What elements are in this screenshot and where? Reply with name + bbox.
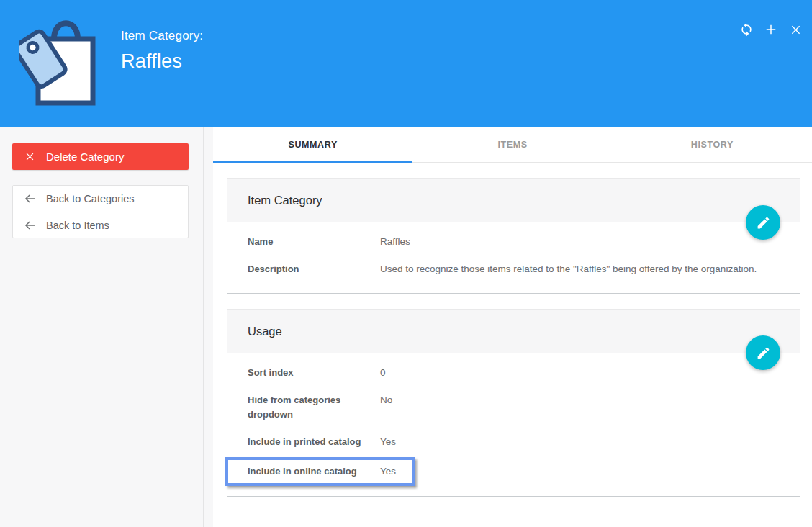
add-icon[interactable]	[764, 22, 778, 37]
delete-x-icon	[24, 151, 35, 162]
item-category-card-title: Item Category	[248, 194, 322, 207]
field-value: Yes	[380, 464, 396, 479]
page-title: Raffles	[121, 50, 203, 73]
usage-card-title: Usage	[248, 325, 282, 338]
pencil-icon	[756, 215, 771, 230]
main-panel: SUMMARY ITEMS HISTORY Item Category	[213, 127, 812, 527]
field-row-description: Description Used to recognize those item…	[248, 256, 780, 283]
close-icon[interactable]	[788, 22, 803, 37]
delete-category-button[interactable]: Delete Category	[12, 143, 189, 170]
field-label: Include in online catalog	[248, 464, 380, 479]
header-text: Item Category: Raffles	[121, 29, 203, 73]
shopping-bag-tag-icon	[19, 13, 107, 108]
field-value: No	[380, 393, 392, 407]
field-value: Used to recognize those items related to…	[380, 262, 757, 276]
back-to-categories-link[interactable]: Back to Categories	[13, 186, 188, 212]
content-area: Delete Category Back to Categories Back …	[0, 127, 812, 527]
refresh-icon[interactable]	[739, 22, 754, 37]
highlight-annotation-box: Include in online catalog Yes	[225, 457, 415, 486]
field-value: Yes	[380, 435, 396, 449]
tab-history[interactable]: HISTORY	[613, 127, 812, 162]
back-to-categories-label: Back to Categories	[46, 193, 135, 204]
item-category-card: Item Category Name Raffles Description U…	[227, 178, 800, 294]
field-label: Include in printed catalog	[248, 435, 380, 449]
field-row-hide-from-dropdown: Hide from categories dropdown No	[248, 387, 780, 428]
field-row-sort-index: Sort index 0	[248, 359, 780, 387]
tab-items-label: ITEMS	[497, 140, 527, 150]
page-header: Item Category: Raffles	[0, 0, 812, 127]
usage-card-header: Usage	[227, 310, 800, 353]
field-label: Hide from categories dropdown	[248, 393, 380, 422]
pencil-icon	[756, 346, 771, 361]
item-category-card-header: Item Category	[227, 179, 800, 222]
usage-card-body: Sort index 0 Hide from categories dropdo…	[227, 353, 800, 496]
usage-card: Usage Sort index 0 Hide from categories …	[227, 309, 800, 497]
field-row-include-printed-catalog: Include in printed catalog Yes	[248, 428, 780, 456]
back-arrow-icon	[24, 192, 37, 205]
field-label: Name	[248, 235, 380, 249]
back-arrow-icon	[24, 219, 37, 232]
delete-category-label: Delete Category	[46, 150, 124, 163]
field-value: Raffles	[380, 235, 410, 249]
field-value: 0	[380, 366, 386, 380]
back-navigation-card: Back to Categories Back to Items	[12, 185, 189, 238]
field-row-name: Name Raffles	[248, 228, 780, 256]
field-label: Sort index	[248, 366, 380, 380]
item-category-card-body: Name Raffles Description Used to recogni…	[227, 222, 800, 293]
edit-item-category-button[interactable]	[746, 205, 780, 240]
header-actions	[739, 22, 803, 37]
tab-summary[interactable]: SUMMARY	[213, 127, 412, 162]
tab-history-label: HISTORY	[691, 140, 734, 150]
tab-items[interactable]: ITEMS	[412, 127, 612, 162]
tab-bar: SUMMARY ITEMS HISTORY	[213, 127, 812, 163]
page-subtitle: Item Category:	[121, 29, 203, 43]
tab-summary-label: SUMMARY	[289, 140, 338, 150]
sidebar: Delete Category Back to Categories Back …	[0, 127, 204, 527]
back-to-items-link[interactable]: Back to Items	[13, 212, 188, 238]
back-to-items-label: Back to Items	[46, 220, 109, 231]
field-row-include-online-catalog: Include in online catalog Yes	[248, 460, 412, 483]
field-label: Description	[248, 262, 380, 276]
summary-content: Item Category Name Raffles Description U…	[213, 163, 812, 512]
edit-usage-button[interactable]	[746, 335, 780, 370]
